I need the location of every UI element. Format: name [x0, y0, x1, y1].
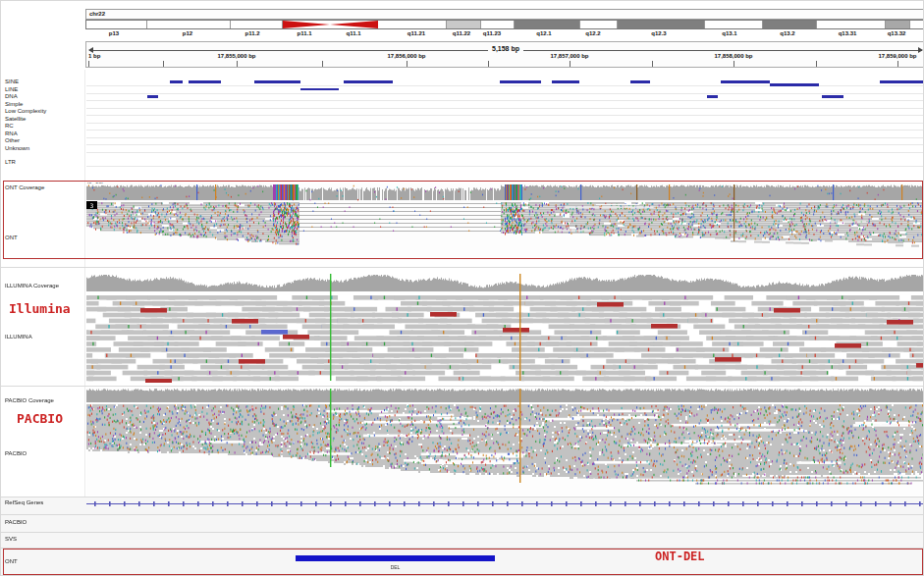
row-separator — [86, 100, 923, 101]
igv-window: chr22 p13p12p11.2p11.1q11.1q11.21q11.22q… — [0, 0, 924, 576]
repeat-feature[interactable] — [300, 88, 339, 91]
illumina-alignment-canvas[interactable] — [86, 273, 923, 383]
repeat-feature[interactable] — [552, 80, 579, 83]
repeat-track-label[interactable]: Satellite — [5, 116, 26, 122]
repeat-tracks-section: SINELINEDNASimpleLow ComplexitySatellite… — [1, 1, 924, 178]
track-divider — [1, 514, 924, 515]
repeat-feature[interactable] — [147, 95, 158, 98]
repeat-feature[interactable] — [189, 80, 221, 83]
track-divider — [1, 548, 924, 549]
repeat-track-label[interactable]: DNA — [5, 93, 18, 99]
repeat-feature[interactable] — [254, 80, 300, 83]
row-separator — [86, 144, 923, 145]
track-label-pacbio-sv[interactable]: PACBIO — [5, 519, 27, 526]
del-variant-label: DEL — [296, 564, 495, 570]
repeat-track-label[interactable]: RC — [5, 123, 14, 129]
repeat-feature[interactable] — [721, 80, 770, 83]
repeat-feature[interactable] — [822, 95, 843, 98]
track-label-pacbio-reads[interactable]: PACBIO — [5, 450, 27, 457]
repeat-track-label[interactable]: Other — [5, 137, 20, 143]
del-variant-bar[interactable] — [296, 555, 495, 561]
repeat-feature[interactable] — [880, 80, 924, 83]
track-label-refseq[interactable]: RefSeq Genes — [5, 499, 43, 506]
repeat-track-label[interactable]: SINE — [5, 79, 19, 84]
track-label-ont-sv[interactable]: ONT — [5, 558, 18, 565]
row-separator — [86, 115, 923, 116]
track-label-illumina-reads[interactable]: ILLUMINA — [5, 334, 32, 340]
track-label-illumina-coverage[interactable]: ILLUMINA Coverage — [5, 283, 59, 289]
annotation-pacbio: PACBIO — [17, 411, 63, 426]
annotation-illumina: Illumina — [9, 301, 71, 316]
row-separator — [86, 166, 923, 167]
repeat-track-label[interactable]: LINE — [5, 86, 18, 92]
track-divider — [1, 267, 924, 268]
row-separator — [86, 130, 923, 131]
repeat-track-label[interactable]: Low Complexity — [5, 108, 46, 114]
row-separator — [86, 152, 923, 153]
repeat-feature[interactable] — [707, 95, 718, 98]
repeat-feature[interactable] — [170, 80, 183, 83]
track-label-ont-reads[interactable]: ONT — [5, 235, 18, 241]
repeat-feature[interactable] — [500, 80, 541, 83]
repeat-track-label[interactable]: Unknown — [5, 145, 29, 151]
pacbio-alignment-canvas[interactable] — [86, 388, 923, 496]
track-divider — [1, 386, 924, 387]
track-divider — [1, 532, 924, 533]
row-separator — [86, 137, 923, 138]
ont-alignment-canvas[interactable] — [86, 183, 923, 257]
track-label-ont-coverage[interactable]: ONT Coverage — [5, 184, 44, 191]
repeat-feature[interactable] — [344, 80, 393, 83]
repeat-feature[interactable] — [770, 83, 819, 86]
row-separator — [86, 108, 923, 109]
track-label-svs[interactable]: SVS — [5, 536, 17, 543]
repeat-feature[interactable] — [630, 80, 650, 83]
row-separator — [86, 93, 923, 94]
track-label-pacbio-coverage[interactable]: PACBIO Coverage — [5, 397, 54, 404]
repeat-track-label[interactable]: Simple — [5, 101, 23, 107]
track-divider — [1, 497, 924, 497]
refseq-gene-canvas[interactable] — [86, 499, 923, 508]
repeat-track-label[interactable]: RNA — [5, 131, 18, 136]
annotation-ont-del: ONT-DEL — [655, 550, 705, 563]
row-separator — [86, 123, 923, 124]
repeat-track-label[interactable]: LTR — [5, 159, 16, 165]
